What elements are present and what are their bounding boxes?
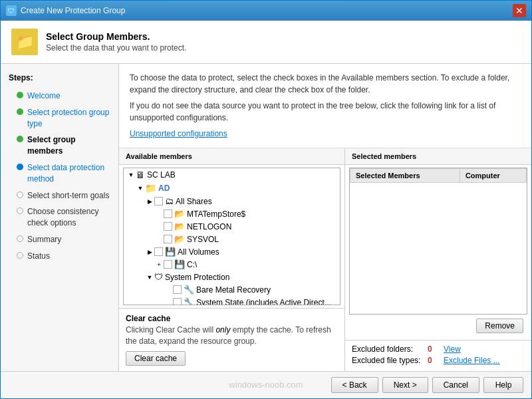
excluded-folders-label: Excluded folders: bbox=[352, 344, 425, 354]
share-icon-sysvol: 📂 bbox=[174, 234, 185, 244]
expand-bare-metal[interactable] bbox=[164, 285, 173, 295]
expand-system-state[interactable] bbox=[164, 298, 173, 306]
sidebar-item-welcome[interactable]: Welcome bbox=[1, 88, 118, 104]
selected-table-container: Selected Members Computer bbox=[349, 168, 527, 315]
share-icon-mta: 📂 bbox=[174, 209, 185, 219]
excluded-info: Excluded folders: 0 View Excluded file t… bbox=[345, 340, 531, 371]
tree-node-sc-lab[interactable]: ▼ 🖥 SC LAB bbox=[124, 168, 340, 182]
status-dot-type bbox=[17, 108, 23, 115]
tree-node-all-volumes[interactable]: ▶ 💾 All Volumes bbox=[124, 245, 340, 258]
window-title: Create New Protection Group bbox=[21, 6, 125, 15]
excluded-types-count: 0 bbox=[428, 356, 441, 365]
expand-c-drive[interactable]: + bbox=[154, 260, 164, 269]
label-sysvol: SYSVOL bbox=[187, 235, 219, 244]
sidebar-title: Steps: bbox=[1, 70, 118, 88]
back-button[interactable]: < Back bbox=[331, 377, 378, 393]
status-dot-summary bbox=[17, 235, 23, 242]
label-bare-metal: Bare Metal Recovery bbox=[196, 285, 271, 295]
tree-node-system-state[interactable]: 🔧 System State (includes Active Direct..… bbox=[124, 296, 340, 305]
tree-node-system-protection[interactable]: ▼ 🛡 System Protection bbox=[124, 271, 340, 283]
tree-node-c-drive[interactable]: + 💾 C:\ bbox=[124, 258, 340, 271]
instructions: To choose the data to protect, select th… bbox=[119, 64, 531, 148]
sidebar-item-protection-group-type[interactable]: Select protection group type bbox=[1, 104, 118, 132]
label-all-shares: All Shares bbox=[176, 197, 212, 206]
label-system-state: System State (includes Active Direct... bbox=[196, 298, 331, 306]
sidebar-item-consistency[interactable]: Choose consistency check options bbox=[1, 203, 118, 231]
status-dot-consistency bbox=[17, 207, 23, 214]
status-dot-welcome bbox=[17, 92, 23, 98]
tree-node-mta[interactable]: 📂 MTATempStore$ bbox=[124, 207, 340, 220]
right-panel: To choose the data to protect, select th… bbox=[119, 64, 531, 371]
sidebar-item-group-members[interactable]: Select group members bbox=[1, 132, 118, 160]
selected-right-area: Selected Members Computer Remove bbox=[345, 165, 531, 340]
volume-icon: 💾 bbox=[165, 247, 176, 257]
sidebar-label-summary: Summary bbox=[27, 234, 61, 245]
cache-section: Clear cache Clicking Clear Cache will on… bbox=[119, 308, 344, 371]
content-area: 📁 Select Group Members. Select the data … bbox=[1, 21, 531, 398]
excluded-folders-count: 0 bbox=[428, 344, 441, 354]
checkbox-all-volumes[interactable] bbox=[154, 247, 163, 256]
checkbox-all-shares[interactable] bbox=[154, 197, 163, 205]
protection-icon: 🛡 bbox=[154, 272, 163, 282]
expand-ad[interactable]: ▼ bbox=[136, 184, 145, 193]
status-dot-status bbox=[17, 252, 23, 259]
sidebar-item-summary[interactable]: Summary bbox=[1, 231, 118, 248]
server-icon-sc-lab: 🖥 bbox=[136, 170, 145, 180]
sidebar-item-data-protection[interactable]: Select data protection method bbox=[1, 160, 118, 188]
help-button[interactable]: Help bbox=[483, 377, 523, 393]
app-icon: 🛡 bbox=[6, 5, 17, 16]
checkbox-netlogon[interactable] bbox=[164, 222, 172, 231]
expand-netlogon[interactable] bbox=[154, 222, 164, 231]
expand-all-shares[interactable]: ▶ bbox=[145, 197, 154, 206]
header-subtitle: Select the data that you want to protect… bbox=[46, 43, 186, 53]
close-button[interactable]: ✕ bbox=[513, 4, 526, 17]
selected-label: Selected members bbox=[345, 148, 531, 165]
main-window: 🛡 Create New Protection Group ✕ 📁 Select… bbox=[0, 0, 532, 399]
remove-button[interactable]: Remove bbox=[476, 319, 523, 333]
sidebar-item-short-term[interactable]: Select short-term goals bbox=[1, 188, 118, 204]
selected-members-table: Selected Members Computer bbox=[350, 168, 527, 183]
label-sc-lab: SC LAB bbox=[147, 170, 176, 180]
unsupported-link[interactable]: Unsupported configurations bbox=[130, 129, 227, 138]
tree-node-ad[interactable]: ▼ 📁 AD bbox=[124, 182, 340, 195]
panels-row: Available members ▼ 🖥 SC LAB ▼ bbox=[119, 148, 531, 371]
header-section: 📁 Select Group Members. Select the data … bbox=[1, 21, 531, 64]
checkbox-sysvol[interactable] bbox=[164, 235, 172, 243]
sidebar-item-status[interactable]: Status bbox=[1, 248, 118, 265]
tree-node-sysvol[interactable]: 📂 SYSVOL bbox=[124, 233, 340, 245]
expand-mta[interactable] bbox=[154, 209, 164, 219]
expand-system-protection[interactable]: ▼ bbox=[145, 273, 154, 282]
excluded-types-label: Excluded file types: bbox=[352, 356, 425, 365]
checkbox-c-drive[interactable] bbox=[164, 260, 172, 269]
expand-sysvol[interactable] bbox=[154, 235, 164, 244]
title-bar: 🛡 Create New Protection Group ✕ bbox=[1, 1, 531, 21]
excluded-folders-row: Excluded folders: 0 View bbox=[352, 344, 525, 354]
cache-title: Clear cache bbox=[126, 314, 338, 323]
remove-btn-area: Remove bbox=[349, 315, 527, 337]
tree-node-netlogon[interactable]: 📂 NETLOGON bbox=[124, 220, 340, 233]
cancel-button[interactable]: Cancel bbox=[432, 377, 479, 393]
footer: < Back Next > Cancel Help bbox=[1, 371, 531, 398]
col-computer: Computer bbox=[460, 169, 526, 183]
bare-metal-icon: 🔧 bbox=[184, 285, 194, 295]
next-button[interactable]: Next > bbox=[382, 377, 428, 393]
sidebar: Steps: Welcome Select protection group t… bbox=[1, 64, 119, 371]
tree-scroll-area[interactable]: ▼ 🖥 SC LAB ▼ 📁 AD bbox=[123, 168, 340, 305]
cache-desc: Clicking Clear Cache will only empty the… bbox=[126, 325, 338, 347]
tree-node-all-shares[interactable]: ▶ 🗂 All Shares bbox=[124, 195, 340, 207]
status-dot-members bbox=[17, 136, 23, 142]
expand-sc-lab[interactable]: ▼ bbox=[126, 170, 136, 180]
available-panel: Available members ▼ 🖥 SC LAB ▼ bbox=[119, 148, 345, 371]
main-body: Steps: Welcome Select protection group t… bbox=[1, 64, 531, 371]
exclude-files-link[interactable]: Exclude Files ... bbox=[444, 356, 500, 365]
expand-all-volumes[interactable]: ▶ bbox=[145, 247, 154, 257]
checkbox-mta[interactable] bbox=[164, 209, 172, 218]
sidebar-label-type: Select protection group type bbox=[27, 107, 110, 130]
tree-node-bare-metal[interactable]: 🔧 Bare Metal Recovery bbox=[124, 283, 340, 296]
view-excluded-folders-link[interactable]: View bbox=[444, 344, 461, 354]
checkbox-bare-metal[interactable] bbox=[173, 285, 182, 294]
checkbox-system-state[interactable] bbox=[173, 298, 182, 305]
clear-cache-button[interactable]: Clear cache bbox=[126, 351, 186, 366]
sidebar-label-members: Select group members bbox=[27, 134, 110, 157]
excluded-types-row: Excluded file types: 0 Exclude Files ... bbox=[352, 356, 525, 365]
